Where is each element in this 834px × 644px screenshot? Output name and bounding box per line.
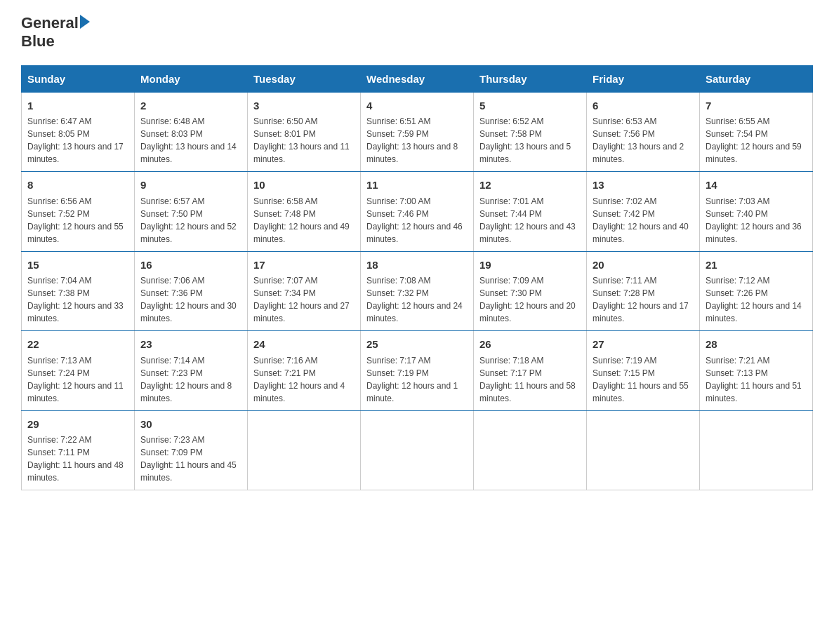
col-header-wednesday: Wednesday <box>361 65 474 92</box>
day-number: 27 <box>593 337 694 353</box>
calendar-cell: 9Sunrise: 6:57 AMSunset: 7:50 PMDaylight… <box>135 172 248 252</box>
calendar-cell: 15Sunrise: 7:04 AMSunset: 7:38 PMDayligh… <box>22 251 135 331</box>
calendar-table: SundayMondayTuesdayWednesdayThursdayFrid… <box>21 65 813 491</box>
day-info: Sunrise: 7:14 AMSunset: 7:23 PMDaylight:… <box>140 354 241 405</box>
day-number: 4 <box>366 98 468 114</box>
day-number: 24 <box>253 337 355 353</box>
day-number: 7 <box>706 98 807 114</box>
day-number: 29 <box>27 417 128 433</box>
calendar-cell: 2Sunrise: 6:48 AMSunset: 8:03 PMDaylight… <box>135 92 248 172</box>
calendar-cell: 26Sunrise: 7:18 AMSunset: 7:17 PMDayligh… <box>474 331 587 411</box>
day-info: Sunrise: 7:12 AMSunset: 7:26 PMDaylight:… <box>706 274 807 325</box>
col-header-thursday: Thursday <box>474 65 587 92</box>
day-info: Sunrise: 7:23 AMSunset: 7:09 PMDaylight:… <box>140 434 241 484</box>
calendar-cell: 11Sunrise: 7:00 AMSunset: 7:46 PMDayligh… <box>361 172 474 252</box>
calendar-cell: 3Sunrise: 6:50 AMSunset: 8:01 PMDaylight… <box>248 92 361 172</box>
calendar-cell: 12Sunrise: 7:01 AMSunset: 7:44 PMDayligh… <box>474 172 587 252</box>
day-info: Sunrise: 6:50 AMSunset: 8:01 PMDaylight:… <box>253 115 355 166</box>
calendar-week-row: 15Sunrise: 7:04 AMSunset: 7:38 PMDayligh… <box>22 251 813 331</box>
col-header-saturday: Saturday <box>700 65 813 92</box>
col-header-monday: Monday <box>135 65 248 92</box>
day-number: 19 <box>479 257 581 274</box>
day-info: Sunrise: 7:07 AMSunset: 7:34 PMDaylight:… <box>253 274 355 325</box>
calendar-week-row: 1Sunrise: 6:47 AMSunset: 8:05 PMDaylight… <box>22 92 813 172</box>
day-info: Sunrise: 6:47 AMSunset: 8:05 PMDaylight:… <box>27 115 128 166</box>
calendar-cell: 5Sunrise: 6:52 AMSunset: 7:58 PMDaylight… <box>474 92 587 172</box>
day-number: 28 <box>706 337 807 353</box>
calendar-cell: 8Sunrise: 6:56 AMSunset: 7:52 PMDaylight… <box>22 172 135 252</box>
calendar-cell: 10Sunrise: 6:58 AMSunset: 7:48 PMDayligh… <box>248 172 361 252</box>
calendar-cell: 30Sunrise: 7:23 AMSunset: 7:09 PMDayligh… <box>135 410 248 490</box>
col-header-tuesday: Tuesday <box>248 65 361 92</box>
calendar-cell: 13Sunrise: 7:02 AMSunset: 7:42 PMDayligh… <box>587 172 700 252</box>
day-number: 2 <box>140 98 241 114</box>
calendar-cell: 6Sunrise: 6:53 AMSunset: 7:56 PMDaylight… <box>587 92 700 172</box>
page-header: General Blue <box>21 14 813 51</box>
day-info: Sunrise: 7:13 AMSunset: 7:24 PMDaylight:… <box>27 354 128 405</box>
calendar-cell: 19Sunrise: 7:09 AMSunset: 7:30 PMDayligh… <box>474 251 587 331</box>
day-info: Sunrise: 7:01 AMSunset: 7:44 PMDaylight:… <box>479 195 581 246</box>
day-number: 22 <box>27 337 128 353</box>
calendar-cell <box>587 410 700 490</box>
calendar-cell: 23Sunrise: 7:14 AMSunset: 7:23 PMDayligh… <box>135 331 248 411</box>
calendar-cell: 1Sunrise: 6:47 AMSunset: 8:05 PMDaylight… <box>22 92 135 172</box>
logo-arrow-icon <box>80 15 90 29</box>
day-number: 9 <box>140 177 241 194</box>
day-info: Sunrise: 6:57 AMSunset: 7:50 PMDaylight:… <box>140 195 241 246</box>
day-info: Sunrise: 7:08 AMSunset: 7:32 PMDaylight:… <box>366 274 468 325</box>
day-info: Sunrise: 7:18 AMSunset: 7:17 PMDaylight:… <box>479 354 581 405</box>
calendar-cell: 16Sunrise: 7:06 AMSunset: 7:36 PMDayligh… <box>135 251 248 331</box>
day-info: Sunrise: 6:55 AMSunset: 7:54 PMDaylight:… <box>706 115 807 166</box>
calendar-cell: 17Sunrise: 7:07 AMSunset: 7:34 PMDayligh… <box>248 251 361 331</box>
day-number: 12 <box>479 177 581 194</box>
calendar-cell: 28Sunrise: 7:21 AMSunset: 7:13 PMDayligh… <box>700 331 813 411</box>
calendar-cell: 7Sunrise: 6:55 AMSunset: 7:54 PMDaylight… <box>700 92 813 172</box>
day-number: 14 <box>706 177 807 194</box>
day-number: 13 <box>593 177 694 194</box>
day-number: 10 <box>253 177 355 194</box>
calendar-cell: 18Sunrise: 7:08 AMSunset: 7:32 PMDayligh… <box>361 251 474 331</box>
col-header-friday: Friday <box>587 65 700 92</box>
calendar-week-row: 8Sunrise: 6:56 AMSunset: 7:52 PMDaylight… <box>22 172 813 252</box>
day-number: 26 <box>479 337 581 353</box>
day-number: 18 <box>366 257 468 274</box>
calendar-cell: 22Sunrise: 7:13 AMSunset: 7:24 PMDayligh… <box>22 331 135 411</box>
day-info: Sunrise: 7:16 AMSunset: 7:21 PMDaylight:… <box>253 354 355 405</box>
day-info: Sunrise: 7:17 AMSunset: 7:19 PMDaylight:… <box>366 354 468 405</box>
day-info: Sunrise: 6:48 AMSunset: 8:03 PMDaylight:… <box>140 115 241 166</box>
day-info: Sunrise: 6:51 AMSunset: 7:59 PMDaylight:… <box>366 115 468 166</box>
day-number: 17 <box>253 257 355 274</box>
day-info: Sunrise: 6:56 AMSunset: 7:52 PMDaylight:… <box>27 195 128 246</box>
day-info: Sunrise: 6:53 AMSunset: 7:56 PMDaylight:… <box>593 115 694 166</box>
day-number: 6 <box>593 98 694 114</box>
day-number: 20 <box>593 257 694 274</box>
day-info: Sunrise: 6:58 AMSunset: 7:48 PMDaylight:… <box>253 195 355 246</box>
day-number: 23 <box>140 337 241 353</box>
day-number: 16 <box>140 257 241 274</box>
calendar-cell: 24Sunrise: 7:16 AMSunset: 7:21 PMDayligh… <box>248 331 361 411</box>
calendar-header-row: SundayMondayTuesdayWednesdayThursdayFrid… <box>22 65 813 92</box>
calendar-cell: 29Sunrise: 7:22 AMSunset: 7:11 PMDayligh… <box>22 410 135 490</box>
calendar-cell: 25Sunrise: 7:17 AMSunset: 7:19 PMDayligh… <box>361 331 474 411</box>
logo: General Blue <box>21 14 90 51</box>
day-info: Sunrise: 7:21 AMSunset: 7:13 PMDaylight:… <box>706 354 807 405</box>
calendar-cell <box>700 410 813 490</box>
day-info: Sunrise: 7:03 AMSunset: 7:40 PMDaylight:… <box>706 195 807 246</box>
day-number: 25 <box>366 337 468 353</box>
day-number: 1 <box>27 98 128 114</box>
calendar-cell: 4Sunrise: 6:51 AMSunset: 7:59 PMDaylight… <box>361 92 474 172</box>
calendar-cell: 27Sunrise: 7:19 AMSunset: 7:15 PMDayligh… <box>587 331 700 411</box>
day-info: Sunrise: 7:04 AMSunset: 7:38 PMDaylight:… <box>27 274 128 325</box>
logo-text-blue: Blue <box>21 32 90 51</box>
day-number: 11 <box>366 177 468 194</box>
day-info: Sunrise: 7:19 AMSunset: 7:15 PMDaylight:… <box>593 354 694 405</box>
logo-text-general: General <box>21 14 79 32</box>
calendar-week-row: 22Sunrise: 7:13 AMSunset: 7:24 PMDayligh… <box>22 331 813 411</box>
day-info: Sunrise: 7:00 AMSunset: 7:46 PMDaylight:… <box>366 195 468 246</box>
day-number: 8 <box>27 177 128 194</box>
day-number: 5 <box>479 98 581 114</box>
day-info: Sunrise: 7:02 AMSunset: 7:42 PMDaylight:… <box>593 195 694 246</box>
day-info: Sunrise: 7:22 AMSunset: 7:11 PMDaylight:… <box>27 434 128 484</box>
day-number: 30 <box>140 417 241 433</box>
calendar-cell: 20Sunrise: 7:11 AMSunset: 7:28 PMDayligh… <box>587 251 700 331</box>
